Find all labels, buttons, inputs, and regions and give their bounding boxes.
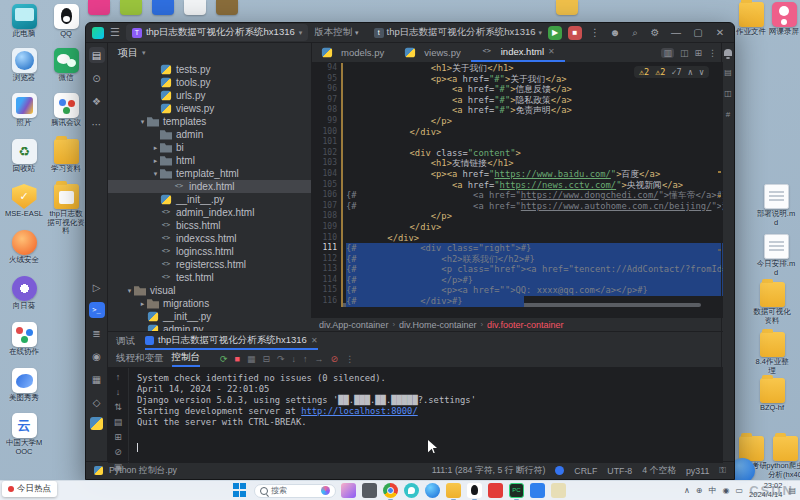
desktop-icon-美图秀秀[interactable]: 美图秀秀: [4, 368, 44, 403]
mute-breakpoints-icon[interactable]: ⊟: [263, 354, 271, 364]
desktop-icon-partial[interactable]: [152, 0, 174, 15]
debug-console[interactable]: ↑↓⇅▤⊞⊘▣ System check identified no issue…: [108, 368, 723, 463]
desktop-icon-QQ[interactable]: QQ: [46, 4, 86, 39]
taskbar-app-window[interactable]: [362, 483, 377, 498]
more-icon[interactable]: ⋯: [89, 116, 105, 132]
taskbar-app-redbook[interactable]: [488, 483, 503, 498]
code-line-113[interactable]: 113{# <p class="href"><a href="tencent:/…: [311, 264, 723, 275]
close-icon[interactable]: ✕: [311, 336, 318, 345]
python-logo-icon[interactable]: [90, 417, 103, 430]
desktop-icon-partial[interactable]: [120, 0, 142, 15]
tool-stripe-icon[interactable]: ◫: [724, 89, 732, 98]
tree-item-__init__.py[interactable]: __init__.py: [108, 193, 311, 206]
tree-item-migrations[interactable]: ▸migrations: [108, 297, 311, 310]
desktop-icon-partial[interactable]: [88, 0, 110, 15]
code-line-105[interactable]: 105 <a href="https://news.cctv.com/">央视新…: [311, 180, 723, 191]
step-over-icon[interactable]: ↷: [277, 354, 285, 364]
code-line-108[interactable]: 108 </p>: [311, 211, 723, 222]
taskbar-app-pycharm[interactable]: [509, 483, 524, 498]
desktop-icon-中国大学MOOC[interactable]: 云中国大学MOOC: [4, 413, 44, 456]
tool-stripe-icon[interactable]: #: [726, 110, 730, 119]
editor-tab-index.html[interactable]: <>index.html✕: [471, 43, 565, 62]
code-line-100[interactable]: 100 </div>: [311, 127, 723, 138]
volume-icon[interactable]: ◉: [723, 486, 730, 495]
tree-item-tools.py[interactable]: tools.py: [108, 76, 311, 89]
desktop-icon-部署说明.md[interactable]: 部署说明.md: [756, 184, 796, 227]
code-line-102[interactable]: 102 <div class="content">: [311, 148, 723, 159]
editor-layout-icon[interactable]: ◫: [680, 48, 689, 58]
desktop-icon-partial[interactable]: [184, 0, 206, 15]
breadcrumb-item[interactable]: div.footer-container: [487, 320, 563, 330]
run-to-cursor-icon[interactable]: →: [315, 354, 324, 364]
no-entry-icon[interactable]: ⊘: [331, 354, 339, 364]
run-configuration-widget[interactable]: t thp日志数据可视化分析系统hx1316 ▾: [374, 26, 542, 39]
view-breakpoints-icon[interactable]: ▦: [247, 354, 256, 364]
indent-widget[interactable]: 4 个空格: [642, 465, 676, 477]
encoding-widget[interactable]: UTF-8: [607, 466, 632, 476]
network-icon[interactable]: ⊕: [696, 486, 703, 495]
code-line-116[interactable]: 116{# </div>#}: [311, 296, 723, 307]
problems-icon[interactable]: ◇: [89, 394, 105, 410]
editor-tab-views.py[interactable]: views.py: [394, 43, 470, 62]
notifications-bell-icon[interactable]: [724, 49, 732, 56]
tree-item-html[interactable]: ▸html: [108, 154, 311, 167]
tree-item-urls.py[interactable]: urls.py: [108, 89, 311, 102]
stop-icon[interactable]: ■: [235, 354, 240, 364]
editor-layout-icon[interactable]: ▥: [661, 48, 674, 58]
tree-item-indexcss.html[interactable]: <>indexcss.html: [108, 232, 311, 245]
debug-tab-线程和变量[interactable]: 线程和变量: [116, 352, 164, 365]
code-line-112[interactable]: 112{# <h2>联系我们</h2>#}: [311, 254, 723, 265]
desktop-icon-此电脑[interactable]: 此电脑: [4, 4, 44, 39]
code-line-103[interactable]: 103 <h1>友情链接</h1>: [311, 158, 723, 169]
ime-indicator[interactable]: 中: [709, 485, 717, 496]
code-line-97[interactable]: 97 <a href="#">隐私政策</a>: [311, 95, 723, 106]
code-line-95[interactable]: 95 <p><a href="#">关于我们</a>: [311, 74, 723, 85]
code-line-104[interactable]: 104 <p><a href="https://www.baidu.com/">…: [311, 169, 723, 180]
caret-position-widget[interactable]: 111:1 (284 字符, 5 行 断行符): [432, 465, 546, 477]
debug-tab-控制台[interactable]: 控制台: [172, 350, 201, 367]
lock-icon[interactable]: ⚿: [719, 465, 726, 476]
hotspot-news-popup[interactable]: 今日热点: [2, 481, 57, 497]
editor-layout-icon[interactable]: ⋮: [708, 48, 717, 58]
code-line-99[interactable]: 99 </p>: [311, 116, 723, 127]
taskbar-app-chrome[interactable]: [383, 483, 398, 498]
main-menu-icon[interactable]: ☰: [110, 26, 120, 39]
commit-icon[interactable]: ⊙: [89, 70, 105, 86]
desktop-icon-网课录屏[interactable]: 网课录屏: [764, 2, 800, 37]
code-line-106[interactable]: 106{# <a href="https://www.dongchedi.com…: [311, 190, 723, 201]
scroll-down-icon[interactable]: ↓: [116, 387, 121, 397]
code-line-114[interactable]: 114{# </p>#}: [311, 275, 723, 286]
tree-item-admin.py[interactable]: admin.py: [108, 323, 311, 331]
desktop-icon-照片[interactable]: 照片: [4, 93, 44, 128]
taskbar-app-artist[interactable]: [341, 483, 356, 498]
code-line-101[interactable]: 101: [311, 137, 723, 148]
desktop-icon-thp日志数据可视化资料[interactable]: thp日志数据可视化资料: [46, 184, 86, 236]
editor[interactable]: ⚠2⚠2✓7∧∨ 94 <h1>关于我们</h1>95 <p><a href="…: [311, 63, 723, 317]
taskbar-search[interactable]: 搜索: [254, 484, 336, 498]
taskbar-app-feishu[interactable]: [530, 483, 545, 498]
code-line-115[interactable]: 115{# <p><a href="">QQ: xxxx@qq.com</a><…: [311, 285, 723, 296]
taskbar-app-explorer[interactable]: [446, 483, 461, 498]
desktop-icon-数据可视化资料[interactable]: 数据可视化资料: [752, 282, 792, 325]
close-button[interactable]: ✕: [712, 27, 728, 38]
terminal-icon[interactable]: ▦: [89, 371, 105, 387]
soft-wrap-icon[interactable]: ▤: [114, 417, 123, 427]
editor-layout-icon[interactable]: ⊞: [694, 48, 702, 58]
tree-item-test.html[interactable]: <>test.html: [108, 271, 311, 284]
breadcrumb-item[interactable]: div.App-container: [319, 320, 388, 330]
step-out-icon[interactable]: ↑: [303, 354, 308, 364]
tree-item-bicss.html[interactable]: <>bicss.html: [108, 219, 311, 232]
vcs-widget[interactable]: 版本控制 ▾: [314, 26, 358, 39]
desktop-icon-向日葵[interactable]: 向日葵: [4, 276, 44, 311]
services-icon[interactable]: ≣: [89, 325, 105, 341]
rerun-icon[interactable]: ⟳: [220, 354, 228, 364]
more-actions-icon[interactable]: ⋮: [588, 27, 602, 38]
desktop-icon-浏览器[interactable]: 浏览器: [4, 48, 44, 83]
desktop-icon-BZQ-hf[interactable]: BZQ-hf: [752, 378, 792, 413]
statusbar-file[interactable]: Python 控制台.py: [109, 465, 177, 477]
run-icon[interactable]: ▷: [89, 279, 105, 295]
close-icon[interactable]: ✕: [548, 47, 555, 56]
project-widget[interactable]: T thp日志数据可视化分析系统hx1316 ▾: [126, 24, 308, 41]
start-button[interactable]: [232, 482, 249, 499]
desktop-icon-今日安排.md[interactable]: 今日安排.md: [756, 234, 796, 277]
